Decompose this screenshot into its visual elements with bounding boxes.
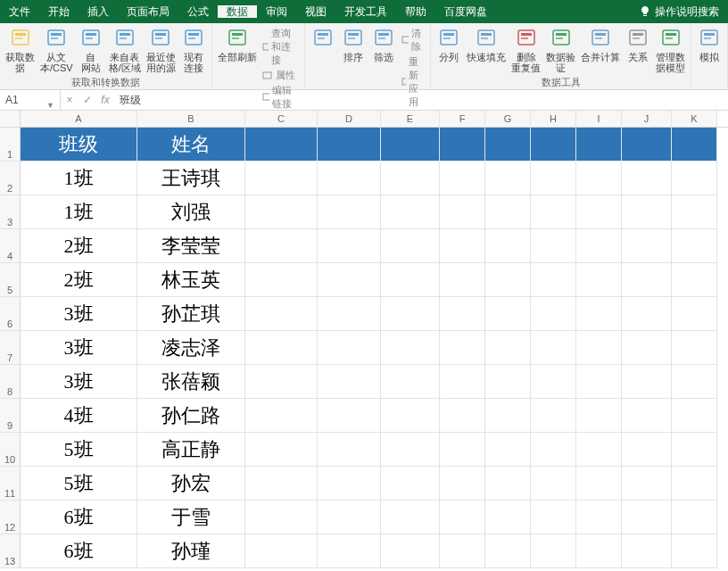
cell[interactable] <box>576 433 622 467</box>
cell[interactable] <box>485 365 531 399</box>
cell[interactable]: 1班 <box>21 195 137 229</box>
cell[interactable] <box>576 534 622 568</box>
cell[interactable] <box>672 128 717 161</box>
sort-az-button[interactable] <box>310 27 335 50</box>
cell[interactable] <box>485 399 531 433</box>
cell[interactable] <box>672 297 717 331</box>
select-all-corner[interactable] <box>0 111 21 127</box>
row-header[interactable]: 8 <box>0 365 21 399</box>
cell[interactable] <box>318 128 381 161</box>
cell[interactable] <box>318 433 381 467</box>
cell[interactable] <box>318 399 381 433</box>
name-box[interactable]: A1 ▼ <box>0 90 61 110</box>
cell[interactable] <box>576 195 622 229</box>
cell[interactable] <box>485 433 531 467</box>
row-header[interactable]: 5 <box>0 263 21 297</box>
col-header-I[interactable]: I <box>576 111 622 127</box>
col-header-J[interactable]: J <box>622 111 672 127</box>
cell[interactable] <box>245 501 318 534</box>
cell[interactable] <box>672 263 717 297</box>
cell[interactable] <box>318 161 381 195</box>
cell[interactable] <box>576 297 622 331</box>
spreadsheet[interactable]: ABCDEFGHIJK 1班级姓名21班王诗琪31班刘强42班李莹莹52班林玉英… <box>0 111 728 571</box>
cell[interactable] <box>440 467 485 501</box>
cell[interactable] <box>672 365 717 399</box>
cell[interactable] <box>381 467 440 501</box>
cell[interactable] <box>381 534 440 568</box>
menu-tab-10[interactable]: 百度网盘 <box>435 5 496 18</box>
menu-tab-1[interactable]: 开始 <box>39 5 79 18</box>
consolidate-button[interactable]: 合并计算 <box>581 27 620 64</box>
cell[interactable]: 5班 <box>21 467 137 501</box>
cell[interactable] <box>576 399 622 433</box>
cell[interactable] <box>531 501 576 534</box>
cell[interactable]: 姓名 <box>137 128 245 161</box>
row-header[interactable]: 4 <box>0 229 21 263</box>
cell[interactable] <box>672 399 717 433</box>
cell[interactable] <box>245 399 318 433</box>
cell[interactable] <box>318 297 381 331</box>
cell[interactable] <box>485 331 531 365</box>
fx-icon[interactable]: fx <box>96 94 114 106</box>
cell[interactable] <box>381 501 440 534</box>
formula-input[interactable]: 班级 <box>114 93 728 108</box>
menu-tab-4[interactable]: 公式 <box>178 5 218 18</box>
row-header[interactable]: 7 <box>0 331 21 365</box>
cell[interactable] <box>245 467 318 501</box>
cell[interactable] <box>576 501 622 534</box>
col-header-G[interactable]: G <box>485 111 531 127</box>
cell[interactable] <box>440 399 485 433</box>
cell[interactable] <box>440 195 485 229</box>
cell[interactable] <box>672 501 717 534</box>
text-to-columns-button[interactable]: 分列 <box>436 27 461 64</box>
data-valid-button[interactable]: 数据验证 <box>546 27 575 75</box>
cell[interactable] <box>485 501 531 534</box>
col-header-D[interactable]: D <box>318 111 381 127</box>
cell[interactable] <box>485 297 531 331</box>
cell[interactable]: 班级 <box>21 128 137 161</box>
cell[interactable] <box>576 229 622 263</box>
cell[interactable] <box>672 433 717 467</box>
menu-tab-0[interactable]: 文件 <box>0 5 39 18</box>
cell[interactable] <box>672 229 717 263</box>
col-header-C[interactable]: C <box>245 111 318 127</box>
cell[interactable] <box>485 195 531 229</box>
cell[interactable] <box>622 128 672 161</box>
col-header-A[interactable]: A <box>21 111 137 127</box>
menu-tab-3[interactable]: 页面布局 <box>118 5 178 18</box>
menu-tab-7[interactable]: 视图 <box>296 5 335 18</box>
from-web-button[interactable]: 自网站 <box>79 27 103 75</box>
cell[interactable] <box>576 331 622 365</box>
cell[interactable] <box>318 467 381 501</box>
row-header[interactable]: 12 <box>0 501 21 534</box>
cell[interactable]: 张蓓颖 <box>137 365 245 399</box>
cell[interactable] <box>672 467 717 501</box>
cell[interactable]: 李莹莹 <box>137 229 245 263</box>
cell[interactable]: 4班 <box>21 399 137 433</box>
cell[interactable]: 5班 <box>21 433 137 467</box>
existing-button[interactable]: 现有连接 <box>181 27 206 75</box>
cell[interactable] <box>531 331 576 365</box>
cell[interactable] <box>531 467 576 501</box>
cell[interactable] <box>381 128 440 161</box>
cell[interactable] <box>485 534 531 568</box>
cell[interactable] <box>622 331 672 365</box>
filter-button[interactable]: 筛选 <box>371 27 396 64</box>
cell[interactable] <box>440 365 485 399</box>
cell[interactable] <box>622 399 672 433</box>
cell[interactable] <box>622 467 672 501</box>
row-header[interactable]: 10 <box>0 433 21 467</box>
cell[interactable] <box>318 263 381 297</box>
cell[interactable] <box>485 161 531 195</box>
menu-tab-5[interactable]: 数据 <box>218 5 257 18</box>
cell[interactable]: 凌志泽 <box>137 331 245 365</box>
cell[interactable] <box>485 467 531 501</box>
cell[interactable] <box>622 297 672 331</box>
cell[interactable] <box>381 229 440 263</box>
cell[interactable] <box>381 331 440 365</box>
recent-button[interactable]: 最近使用的源 <box>146 27 176 75</box>
cell[interactable] <box>576 128 622 161</box>
cell[interactable] <box>440 263 485 297</box>
cell[interactable] <box>381 263 440 297</box>
cell[interactable] <box>381 433 440 467</box>
